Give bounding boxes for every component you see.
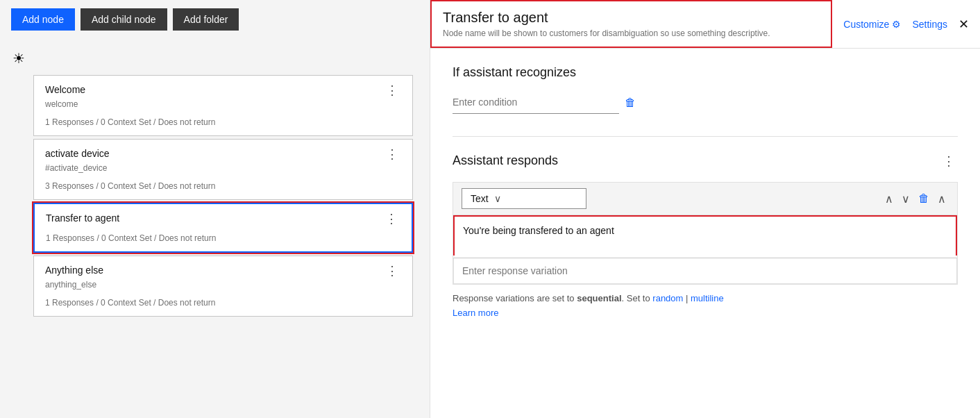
right-body: If assistant recognizes 🗑 Assistant resp… (430, 49, 980, 418)
if-recognizes-title: If assistant recognizes (453, 65, 958, 80)
sun-icon: ☀ (12, 50, 25, 67)
response-type-row: Text ∨ ∧ ∨ 🗑 ∧ (453, 183, 957, 215)
kebab-menu-anything-else[interactable]: ⋮ (383, 265, 401, 277)
variation-multiline-link[interactable]: multiline (691, 293, 724, 303)
close-button[interactable]: ✕ (958, 17, 969, 32)
right-panel: Node name will be shown to customers for… (430, 0, 980, 418)
node-title-section: Node name will be shown to customers for… (430, 0, 832, 48)
node-card-activate-device[interactable]: activate device ⋮ #activate_device 3 Res… (33, 139, 413, 200)
node-tree: ☀ Welcome ⋮ welcome 1 Responses / 0 Cont… (0, 39, 430, 418)
node-meta-activate-device: 3 Responses / 0 Context Set / Does not r… (45, 181, 401, 191)
node-title-transfer-to-agent: Transfer to agent (46, 212, 119, 224)
assistant-responds-header: Assistant responds ⋮ (453, 153, 958, 168)
chevron-down-icon: ∨ (494, 193, 501, 204)
response-content: You're being transfered to an agent (453, 215, 957, 284)
response-text-area[interactable]: You're being transfered to an agent (453, 215, 957, 256)
response-variation-input[interactable] (453, 258, 957, 284)
response-controls: ∧ ∨ 🗑 ∧ (882, 190, 949, 208)
node-title-welcome: Welcome (45, 84, 85, 95)
node-subtitle-anything-else: anything_else (45, 280, 401, 290)
node-subtitle-activate-device: #activate_device (45, 163, 401, 173)
sun-icon-area: ☀ (12, 44, 413, 72)
node-card-header: Transfer to agent ⋮ (46, 212, 400, 225)
left-panel: Add node Add child node Add folder ☀ Wel… (0, 0, 430, 418)
gear-icon: ⚙ (892, 19, 901, 30)
toolbar: Add node Add child node Add folder (0, 0, 430, 39)
node-card-header: Anything else ⋮ (45, 265, 401, 277)
node-title-anything-else: Anything else (45, 265, 103, 276)
delete-condition-button[interactable]: 🗑 (625, 97, 636, 109)
node-card-anything-else[interactable]: Anything else ⋮ anything_else 1 Response… (33, 256, 413, 317)
right-header: Node name will be shown to customers for… (430, 0, 980, 49)
kebab-menu-transfer-to-agent[interactable]: ⋮ (382, 212, 400, 225)
node-card-header: Welcome ⋮ (45, 84, 401, 97)
node-card-transfer-to-agent[interactable]: Transfer to agent ⋮ 1 Responses / 0 Cont… (33, 203, 413, 253)
node-card-welcome[interactable]: Welcome ⋮ welcome 1 Responses / 0 Contex… (33, 75, 413, 136)
settings-link[interactable]: Settings (912, 19, 947, 30)
customize-label: Customize (843, 19, 889, 30)
node-title-input[interactable] (443, 10, 820, 26)
expand-button[interactable]: ∧ (935, 190, 949, 208)
right-actions: Customize ⚙ Settings ✕ (832, 0, 980, 48)
response-block: Text ∨ ∧ ∨ 🗑 ∧ You're being transfered t… (453, 182, 958, 285)
assistant-responds-title: Assistant responds (453, 153, 558, 168)
learn-more-link[interactable]: Learn more (453, 308, 498, 318)
variation-sequential: sequential (577, 293, 621, 303)
move-down-button[interactable]: ∨ (899, 190, 913, 208)
node-meta-transfer-to-agent: 1 Responses / 0 Context Set / Does not r… (46, 233, 400, 243)
move-up-button[interactable]: ∧ (882, 190, 896, 208)
node-title-hint: Node name will be shown to customers for… (443, 28, 820, 38)
delete-response-button[interactable]: 🗑 (915, 190, 932, 208)
kebab-menu-welcome[interactable]: ⋮ (383, 84, 401, 97)
node-meta-anything-else: 1 Responses / 0 Context Set / Does not r… (45, 298, 401, 308)
section-divider (453, 136, 958, 137)
response-type-label: Text (471, 193, 489, 204)
node-subtitle-welcome: welcome (45, 99, 401, 109)
condition-row: 🗑 (453, 91, 958, 114)
kebab-menu-activate-device[interactable]: ⋮ (383, 148, 401, 160)
response-type-select[interactable]: Text ∨ (462, 188, 586, 209)
node-title-activate-device: activate device (45, 148, 110, 159)
customize-button[interactable]: Customize ⚙ (843, 19, 901, 30)
condition-input[interactable] (453, 91, 619, 114)
variation-random-link[interactable]: random (652, 293, 683, 303)
variation-text: Response variations are set to sequentia… (453, 293, 958, 303)
add-node-button[interactable]: Add node (11, 8, 75, 31)
node-card-header: activate device ⋮ (45, 148, 401, 160)
assistant-responds-menu[interactable]: ⋮ (940, 155, 958, 167)
add-folder-button[interactable]: Add folder (173, 8, 239, 31)
node-meta-welcome: 1 Responses / 0 Context Set / Does not r… (45, 117, 401, 127)
add-child-node-button[interactable]: Add child node (81, 8, 167, 31)
